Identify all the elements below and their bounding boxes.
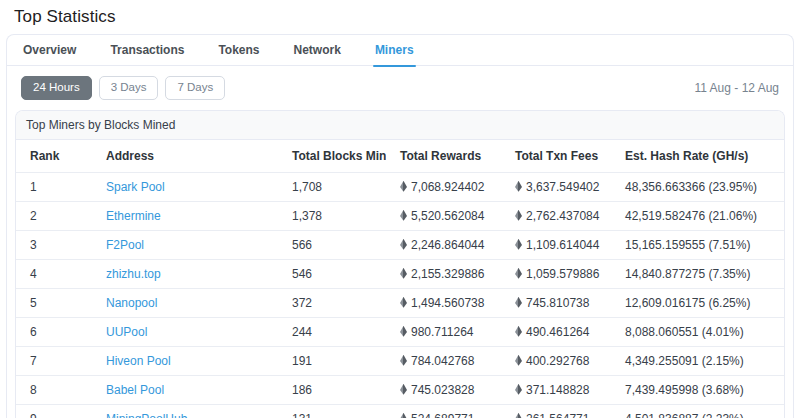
rank-cell: 1 — [16, 172, 92, 201]
filter-24-hours-button[interactable]: 24 Hours — [21, 76, 92, 100]
miner-address-link[interactable]: Ethermine — [106, 209, 161, 223]
rewards-cell: 980.711264 — [386, 317, 501, 346]
blocks-cell: 546 — [278, 259, 386, 288]
miner-address-link[interactable]: Babel Pool — [106, 383, 164, 397]
ethereum-icon — [515, 297, 522, 308]
miner-address-link[interactable]: Spark Pool — [106, 180, 165, 194]
hashrate-cell: 8,088.060551 (4.01%) — [611, 317, 784, 346]
tab-transactions[interactable]: Transactions — [108, 35, 186, 66]
page-title: Top Statistics — [0, 0, 800, 34]
ethereum-icon — [400, 384, 407, 395]
address-cell: Hiveon Pool — [92, 346, 278, 375]
fees-cell: 490.461264 — [501, 317, 611, 346]
rank-cell: 5 — [16, 288, 92, 317]
table-row: 8 Babel Pool 186 745.023828 371.148828 7… — [16, 375, 784, 404]
fees-cell: 261.564771 — [501, 404, 611, 418]
top-miners-panel: Top Miners by Blocks Mined Rank Address … — [15, 110, 785, 418]
col-header-rewards: Total Rewards — [386, 140, 501, 173]
fees-cell: 3,637.549402 — [501, 172, 611, 201]
hashrate-cell: 12,609.016175 (6.25%) — [611, 288, 784, 317]
filter-3-days-button[interactable]: 3 Days — [99, 76, 159, 100]
rewards-cell: 2,155.329886 — [386, 259, 501, 288]
time-filter-group: 24 Hours 3 Days 7 Days — [21, 76, 225, 100]
miner-address-link[interactable]: F2Pool — [106, 238, 144, 252]
table-row: 7 Hiveon Pool 191 784.042768 400.292768 … — [16, 346, 784, 375]
ethereum-icon — [400, 326, 407, 337]
ethereum-icon — [400, 210, 407, 221]
filter-7-days-button[interactable]: 7 Days — [165, 76, 225, 100]
rewards-cell: 524.689771 — [386, 404, 501, 418]
table-row: 5 Nanopool 372 1,494.560738 745.810738 1… — [16, 288, 784, 317]
address-cell: zhizhu.top — [92, 259, 278, 288]
address-cell: F2Pool — [92, 230, 278, 259]
ethereum-icon — [400, 268, 407, 279]
blocks-cell: 191 — [278, 346, 386, 375]
table-row: 9 MiningPoolHub 131 524.689771 261.56477… — [16, 404, 784, 418]
table-header-row: Rank Address Total Blocks Mined Total Re… — [16, 140, 784, 173]
miner-address-link[interactable]: zhizhu.top — [106, 267, 161, 281]
fees-cell: 371.148828 — [501, 375, 611, 404]
table-row: 4 zhizhu.top 546 2,155.329886 1,059.5798… — [16, 259, 784, 288]
miner-address-link[interactable]: Nanopool — [106, 296, 157, 310]
address-cell: Babel Pool — [92, 375, 278, 404]
hashrate-cell: 48,356.663366 (23.95%) — [611, 172, 784, 201]
ethereum-icon — [515, 181, 522, 192]
top-statistics-page: Top Statistics Overview Transactions Tok… — [0, 0, 800, 418]
fees-cell: 2,762.437084 — [501, 201, 611, 230]
hashrate-cell: 15,165.159555 (7.51%) — [611, 230, 784, 259]
col-header-hashrate: Est. Hash Rate (GH/s) — [611, 140, 784, 173]
col-header-blocks: Total Blocks Mined — [278, 140, 386, 173]
toolbar: 24 Hours 3 Days 7 Days 11 Aug - 12 Aug — [15, 76, 785, 100]
table-row: 3 F2Pool 566 2,246.864044 1,109.614044 1… — [16, 230, 784, 259]
ethereum-icon — [515, 355, 522, 366]
rank-cell: 8 — [16, 375, 92, 404]
tab-network[interactable]: Network — [292, 35, 343, 66]
statistics-card: Overview Transactions Tokens Network Min… — [6, 34, 794, 418]
rank-cell: 7 — [16, 346, 92, 375]
ethereum-icon — [515, 326, 522, 337]
ethereum-icon — [400, 297, 407, 308]
panel-title: Top Miners by Blocks Mined — [16, 111, 784, 140]
address-cell: Spark Pool — [92, 172, 278, 201]
fees-cell: 1,059.579886 — [501, 259, 611, 288]
table-row: 6 UUPool 244 980.711264 490.461264 8,088… — [16, 317, 784, 346]
address-cell: Ethermine — [92, 201, 278, 230]
table-row: 2 Ethermine 1,378 5,520.562084 2,762.437… — [16, 201, 784, 230]
rewards-cell: 1,494.560738 — [386, 288, 501, 317]
rewards-cell: 2,246.864044 — [386, 230, 501, 259]
blocks-cell: 1,708 — [278, 172, 386, 201]
blocks-cell: 186 — [278, 375, 386, 404]
tab-overview[interactable]: Overview — [21, 35, 78, 66]
rank-cell: 6 — [16, 317, 92, 346]
hashrate-cell: 4,501.836887 (2.23%) — [611, 404, 784, 418]
miner-address-link[interactable]: MiningPoolHub — [106, 412, 187, 418]
miner-address-link[interactable]: Hiveon Pool — [106, 354, 171, 368]
hashrate-cell: 4,349.255091 (2.15%) — [611, 346, 784, 375]
ethereum-icon — [515, 239, 522, 250]
ethereum-icon — [515, 413, 522, 418]
blocks-cell: 1,378 — [278, 201, 386, 230]
blocks-cell: 566 — [278, 230, 386, 259]
col-header-fees: Total Txn Fees — [501, 140, 611, 173]
blocks-cell: 372 — [278, 288, 386, 317]
hashrate-cell: 42,519.582476 (21.06%) — [611, 201, 784, 230]
date-range: 11 Aug - 12 Aug — [694, 81, 779, 95]
ethereum-icon — [400, 239, 407, 250]
tab-miners[interactable]: Miners — [373, 35, 416, 66]
miner-address-link[interactable]: UUPool — [106, 325, 147, 339]
address-cell: UUPool — [92, 317, 278, 346]
col-header-rank: Rank — [16, 140, 92, 173]
rank-cell: 9 — [16, 404, 92, 418]
table-row: 1 Spark Pool 1,708 7,068.924402 3,637.54… — [16, 172, 784, 201]
fees-cell: 400.292768 — [501, 346, 611, 375]
address-cell: MiningPoolHub — [92, 404, 278, 418]
tab-tokens[interactable]: Tokens — [216, 35, 261, 66]
rewards-cell: 5,520.562084 — [386, 201, 501, 230]
address-cell: Nanopool — [92, 288, 278, 317]
ethereum-icon — [400, 355, 407, 366]
fees-cell: 745.810738 — [501, 288, 611, 317]
miners-table: Rank Address Total Blocks Mined Total Re… — [16, 140, 784, 418]
ethereum-icon — [400, 181, 407, 192]
miners-tab-content: 24 Hours 3 Days 7 Days 11 Aug - 12 Aug T… — [7, 66, 793, 418]
ethereum-icon — [515, 268, 522, 279]
